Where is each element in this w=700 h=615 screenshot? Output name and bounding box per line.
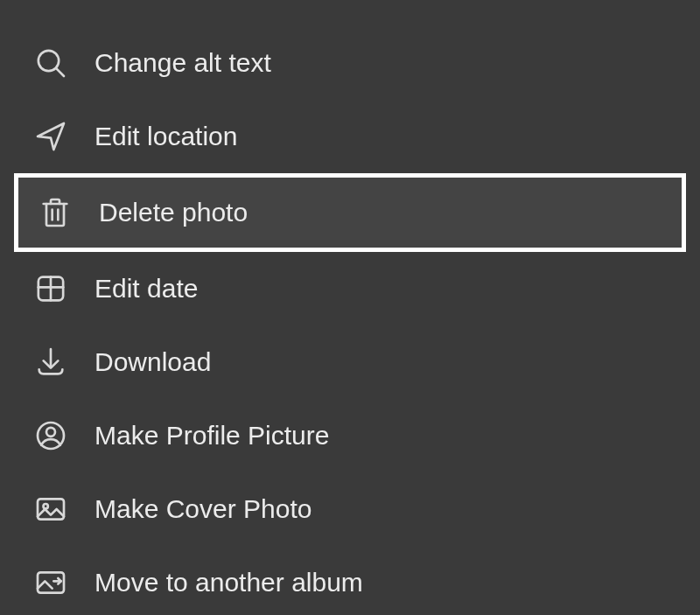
menu-item-label: Make Profile Picture <box>94 421 329 451</box>
menu-item-download[interactable]: Download <box>0 325 700 399</box>
svg-rect-10 <box>38 499 64 519</box>
menu-item-label: Make Cover Photo <box>94 494 312 524</box>
svg-point-9 <box>46 428 55 437</box>
menu-item-move-to-another-album[interactable]: Move to another album <box>0 546 700 615</box>
trash-icon <box>36 193 74 232</box>
menu-item-label: Move to another album <box>94 568 363 598</box>
profile-icon <box>32 416 70 455</box>
svg-point-0 <box>38 51 59 71</box>
menu-item-delete-photo[interactable]: Delete photo <box>14 173 686 252</box>
menu-item-make-cover-photo[interactable]: Make Cover Photo <box>0 472 700 546</box>
download-icon <box>32 343 70 381</box>
menu-item-label: Download <box>94 347 211 377</box>
menu-item-edit-date[interactable]: Edit date <box>0 252 700 325</box>
search-icon <box>32 44 70 82</box>
calendar-icon <box>32 269 70 308</box>
location-arrow-icon <box>32 117 70 156</box>
move-image-icon <box>32 563 70 602</box>
context-menu: Change alt text Edit location Delete pho… <box>0 0 700 615</box>
menu-item-label: Delete photo <box>99 198 248 227</box>
menu-item-change-alt-text[interactable]: Change alt text <box>0 26 700 100</box>
svg-point-11 <box>44 504 48 508</box>
image-icon <box>32 490 70 528</box>
menu-item-label: Edit date <box>94 274 198 304</box>
svg-line-1 <box>57 69 64 76</box>
menu-item-label: Change alt text <box>94 48 271 78</box>
menu-item-label: Edit location <box>94 122 237 151</box>
menu-item-make-profile-picture[interactable]: Make Profile Picture <box>0 399 700 472</box>
menu-item-edit-location[interactable]: Edit location <box>0 100 700 173</box>
